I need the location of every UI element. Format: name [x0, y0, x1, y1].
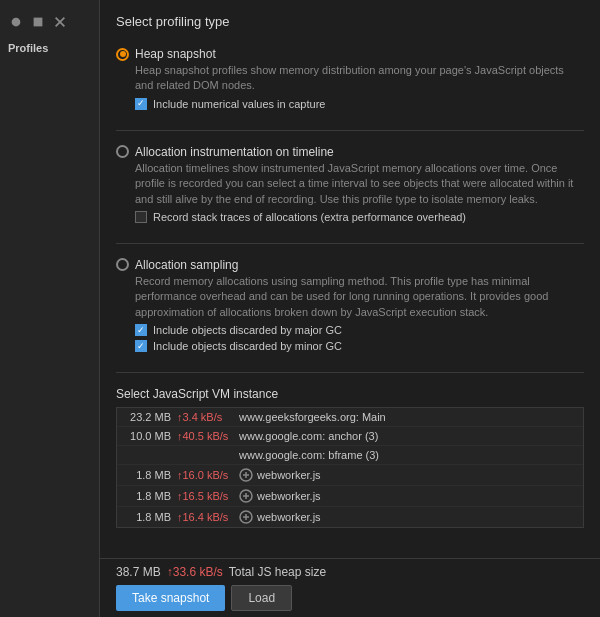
table-row[interactable]: 1.8 MB ↑16.0 kB/s webworker.js — [117, 465, 583, 486]
record-stack-traces-row[interactable]: Record stack traces of allocations (extr… — [135, 211, 584, 223]
vm-name-1b: www.google.com: bframe (3) — [239, 449, 379, 461]
allocation-instrumentation-label: Allocation instrumentation on timeline — [135, 145, 334, 159]
worker-icon-3 — [239, 489, 253, 503]
vm-table: 23.2 MB ↑3.4 kB/s www.geeksforgeeks.org:… — [116, 407, 584, 528]
include-major-gc-checkbox[interactable]: ✓ — [135, 324, 147, 336]
stop-icon[interactable] — [30, 14, 46, 30]
vm-size-0: 23.2 MB — [125, 411, 171, 423]
heap-snapshot-label: Heap snapshot — [135, 47, 216, 61]
vm-name-2: webworker.js — [239, 468, 321, 482]
table-row[interactable]: 1.8 MB ↑16.5 kB/s webworker.js — [117, 486, 583, 507]
load-button[interactable]: Load — [231, 585, 292, 611]
vm-size-2: 1.8 MB — [125, 469, 171, 481]
vm-rate-0: ↑3.4 kB/s — [177, 411, 233, 423]
footer-total-label: Total JS heap size — [229, 565, 326, 579]
footer: 38.7 MB ↑33.6 kB/s Total JS heap size Ta… — [100, 558, 600, 617]
include-minor-gc-label: Include objects discarded by minor GC — [153, 340, 342, 352]
vm-size-3: 1.8 MB — [125, 490, 171, 502]
divider-1 — [116, 130, 584, 131]
allocation-sampling-desc: Record memory allocations using sampling… — [135, 274, 584, 320]
record-icon[interactable] — [8, 14, 24, 30]
vm-size-1: 10.0 MB — [125, 430, 171, 442]
heap-snapshot-radio-row[interactable]: Heap snapshot — [116, 47, 584, 61]
include-minor-gc-check: ✓ — [137, 342, 145, 351]
footer-buttons: Take snapshot Load — [116, 585, 584, 611]
option-allocation-sampling: Allocation sampling Record memory alloca… — [116, 258, 584, 352]
svg-point-0 — [12, 18, 21, 27]
svg-rect-1 — [34, 18, 43, 27]
vm-rate-2: ↑16.0 kB/s — [177, 469, 233, 481]
clear-icon[interactable] — [52, 14, 68, 30]
worker-icon-2 — [239, 468, 253, 482]
take-snapshot-button[interactable]: Take snapshot — [116, 585, 225, 611]
table-row[interactable]: 10.0 MB ↑40.5 kB/s www.google.com: ancho… — [117, 427, 583, 446]
vm-rate-4: ↑16.4 kB/s — [177, 511, 233, 523]
include-major-gc-row[interactable]: ✓ Include objects discarded by major GC — [135, 324, 584, 336]
divider-3 — [116, 372, 584, 373]
vm-name-1: www.google.com: anchor (3) — [239, 430, 378, 442]
table-row[interactable]: 23.2 MB ↑3.4 kB/s www.geeksforgeeks.org:… — [117, 408, 583, 427]
vm-section-title: Select JavaScript VM instance — [116, 387, 584, 401]
include-major-gc-label: Include objects discarded by major GC — [153, 324, 342, 336]
content-wrapper: Select profiling type Heap snapshot Heap… — [100, 0, 600, 617]
include-minor-gc-row[interactable]: ✓ Include objects discarded by minor GC — [135, 340, 584, 352]
table-row[interactable]: 1.8 MB ↑16.4 kB/s webworker.js — [117, 507, 583, 527]
option-heap-snapshot: Heap snapshot Heap snapshot profiles sho… — [116, 47, 584, 110]
include-numerical-row[interactable]: ✓ Include numerical values in capture — [135, 98, 584, 110]
allocation-sampling-radio-row[interactable]: Allocation sampling — [116, 258, 584, 272]
vm-name-3: webworker.js — [239, 489, 321, 503]
include-numerical-label: Include numerical values in capture — [153, 98, 325, 110]
allocation-sampling-radio[interactable] — [116, 258, 129, 271]
vm-rate-3: ↑16.5 kB/s — [177, 490, 233, 502]
record-stack-traces-label: Record stack traces of allocations (extr… — [153, 211, 466, 223]
vm-size-4: 1.8 MB — [125, 511, 171, 523]
footer-stats: 38.7 MB ↑33.6 kB/s Total JS heap size — [116, 565, 584, 579]
heap-snapshot-desc: Heap snapshot profiles show memory distr… — [135, 63, 584, 94]
allocation-instrumentation-radio-row[interactable]: Allocation instrumentation on timeline — [116, 145, 584, 159]
allocation-instrumentation-radio[interactable] — [116, 145, 129, 158]
include-major-gc-check: ✓ — [137, 326, 145, 335]
include-numerical-checkbox[interactable]: ✓ — [135, 98, 147, 110]
include-minor-gc-checkbox[interactable]: ✓ — [135, 340, 147, 352]
footer-total-size: 38.7 MB — [116, 565, 161, 579]
main-content: Select profiling type Heap snapshot Heap… — [100, 0, 600, 558]
include-numerical-check: ✓ — [137, 99, 145, 108]
vm-name-0: www.geeksforgeeks.org: Main — [239, 411, 386, 423]
sidebar: Profiles — [0, 0, 100, 617]
sidebar-toolbar — [0, 8, 76, 36]
page-title: Select profiling type — [116, 14, 584, 29]
option-allocation-instrumentation: Allocation instrumentation on timeline A… — [116, 145, 584, 223]
allocation-instrumentation-desc: Allocation timelines show instrumented J… — [135, 161, 584, 207]
divider-2 — [116, 243, 584, 244]
allocation-sampling-label: Allocation sampling — [135, 258, 238, 272]
vm-name-4: webworker.js — [239, 510, 321, 524]
footer-total-rate: ↑33.6 kB/s — [167, 565, 223, 579]
vm-rate-1: ↑40.5 kB/s — [177, 430, 233, 442]
heap-snapshot-radio[interactable] — [116, 48, 129, 61]
sidebar-profiles-label: Profiles — [0, 36, 56, 60]
table-row[interactable]: www.google.com: bframe (3) — [117, 446, 583, 465]
vm-section: Select JavaScript VM instance 23.2 MB ↑3… — [116, 387, 584, 528]
record-stack-traces-checkbox[interactable] — [135, 211, 147, 223]
worker-icon-4 — [239, 510, 253, 524]
